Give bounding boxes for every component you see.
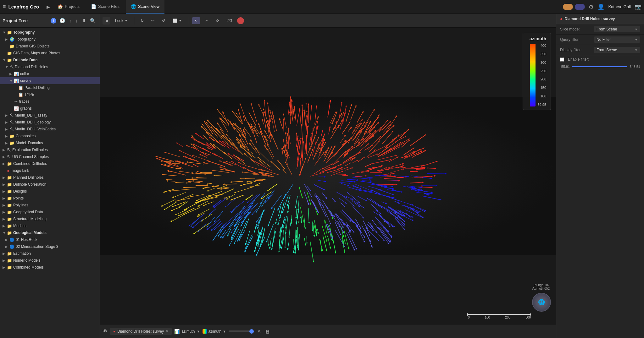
rotate-button[interactable]: ↻ bbox=[138, 17, 146, 24]
svg-marker-1474 bbox=[225, 161, 227, 162]
props-dropdown-query[interactable]: No Filter ▼ bbox=[594, 36, 640, 43]
svg-line-867 bbox=[207, 144, 213, 149]
back-button[interactable]: ◀ bbox=[103, 17, 110, 25]
svg-marker-1430 bbox=[235, 156, 237, 157]
record-button[interactable] bbox=[237, 17, 244, 24]
tree-item-collar[interactable]: ▶ 📊 collar bbox=[0, 70, 100, 77]
look-button[interactable]: Look ▼ bbox=[113, 17, 130, 24]
props-dropdown-display[interactable]: From Scene ▼ bbox=[594, 47, 640, 53]
tree-item-imago[interactable]: ● Imago Link bbox=[0, 167, 100, 174]
erase-button[interactable]: ⌫ bbox=[224, 17, 235, 24]
viewport[interactable]: azimuth 400 350 300 250 200 150 100 59.9… bbox=[100, 28, 556, 324]
tree-item-parallel[interactable]: 📋 Parallel Drilling bbox=[0, 84, 100, 91]
attr1-dropdown[interactable]: ▼ bbox=[197, 330, 200, 333]
box-button[interactable]: ⬜ ▼ bbox=[170, 17, 184, 24]
tree-item-model-domains[interactable]: ▶ 📁 Model_Domains bbox=[0, 139, 100, 146]
tree-item-geological-models[interactable]: ▼ 📁 Geological Models bbox=[0, 229, 100, 236]
tree-item-composites[interactable]: ▶ 📁 Composites bbox=[0, 133, 100, 139]
slider-track[interactable] bbox=[229, 330, 254, 332]
tree-item-combined-drillholes[interactable]: ▶ 📁 Combined Drillholes bbox=[0, 160, 100, 167]
tree-item-polylines[interactable]: ▶ 📁 Polylines bbox=[0, 202, 100, 209]
tree-item-marlin-geology[interactable]: ▶ ⛏ Marlin_DDH_geology bbox=[0, 119, 100, 126]
user-icon[interactable]: 👤 bbox=[597, 3, 604, 10]
text-icon-btn[interactable]: A bbox=[256, 328, 262, 335]
tree-item-drillhole-data[interactable]: ▼ 📁 Drillhole Data bbox=[0, 57, 100, 63]
svg-marker-236 bbox=[417, 154, 419, 155]
tree-item-mineralisation[interactable]: ▶ 🔵 02 Mineralisation Stage 3 bbox=[0, 243, 100, 250]
svg-line-1043 bbox=[401, 140, 410, 147]
enable-filter-checkbox[interactable] bbox=[560, 57, 564, 62]
svg-marker-1590 bbox=[183, 213, 185, 215]
maximize-icon[interactable]: ▶ bbox=[47, 4, 50, 9]
svg-line-751 bbox=[256, 226, 263, 244]
settings-icon[interactable]: ⚙ bbox=[589, 3, 594, 10]
tree-item-survey[interactable]: ▼ 📊 survey bbox=[0, 77, 100, 84]
clip-button[interactable]: ✂ bbox=[203, 17, 211, 24]
tree-item-numeric-models[interactable]: ▶ 📁 Numeric Models bbox=[0, 257, 100, 264]
arrow-down-icon[interactable]: ↓ bbox=[74, 17, 79, 24]
svg-marker-1056 bbox=[297, 249, 299, 250]
svg-line-11 bbox=[351, 170, 369, 174]
sidebar-badge: 1 bbox=[51, 18, 56, 24]
tree-item-topography[interactable]: ▼ 📁 Topography bbox=[0, 29, 100, 36]
tree-item-marlin-vein[interactable]: ▶ ⛏ Marlin_DDH_VeinCodes bbox=[0, 126, 100, 133]
attr2-dropdown[interactable]: ▼ bbox=[223, 330, 226, 333]
camera-icon[interactable]: 📷 bbox=[635, 3, 641, 10]
tree-item-gis-data[interactable]: 📁 GIS Data, Maps and Photos bbox=[0, 50, 100, 57]
tree-item-topography-sub[interactable]: ▶ 🌍 Topography bbox=[0, 36, 100, 43]
slider-thumb[interactable] bbox=[249, 329, 254, 334]
eye-icon[interactable]: 👁 bbox=[103, 329, 108, 334]
bottom-tab-layer[interactable]: ● Diamond Drill Holes: survey ✕ bbox=[110, 328, 172, 335]
menu-icon[interactable]: ≡ bbox=[3, 3, 6, 10]
nav-cube[interactable]: 🌐 bbox=[532, 293, 551, 312]
tree-item-structural[interactable]: ▶ 📁 Structural Modelling bbox=[0, 215, 100, 222]
svg-line-471 bbox=[353, 176, 362, 177]
tree-item-designs[interactable]: ▶ 📁 Designs bbox=[0, 188, 100, 195]
tree-item-exploration[interactable]: ▶ ⛏ Exploration Drillholes bbox=[0, 146, 100, 153]
rotate2-button[interactable]: ⟳ bbox=[214, 17, 222, 24]
svg-line-619 bbox=[225, 196, 238, 207]
svg-line-577 bbox=[347, 224, 350, 233]
tree-item-combined-models[interactable]: ▶ 📁 Combined Models bbox=[0, 264, 100, 271]
tree-item-draped-gis[interactable]: 📁 Draped GIS Objects bbox=[0, 43, 100, 50]
tree-item-meshes[interactable]: ▶ 📁 Meshes bbox=[0, 222, 100, 229]
tree-item-ug-channel[interactable]: ▶ ⛏ UG Channel Samples bbox=[0, 153, 100, 160]
svg-line-499 bbox=[214, 223, 223, 230]
svg-marker-1312 bbox=[248, 123, 250, 125]
svg-line-313 bbox=[315, 194, 320, 201]
tree-item-points[interactable]: ▶ 📁 Points bbox=[0, 195, 100, 202]
tree-item-diamond[interactable]: ▼ ⛏ Diamond Drill Holes bbox=[0, 63, 100, 70]
tab-scene-files[interactable]: 📄 Scene Files bbox=[86, 0, 125, 14]
pause-icon[interactable]: ⏸ bbox=[80, 17, 87, 24]
svg-marker-796 bbox=[374, 120, 375, 122]
props-dropdown-slice[interactable]: From Scene ▼ bbox=[594, 26, 640, 32]
tree-item-marlin-assay[interactable]: ▶ ⛏ Marlin_DDH_assay bbox=[0, 112, 100, 119]
refresh-button[interactable]: ↺ bbox=[159, 17, 168, 24]
close-icon[interactable]: ✕ bbox=[166, 329, 169, 333]
svg-line-137 bbox=[208, 191, 222, 196]
tree-item-estimation[interactable]: ▶ 📁 Estimation bbox=[0, 250, 100, 257]
tab-scene-view[interactable]: 🌐 Scene View bbox=[126, 0, 164, 14]
tree-item-geophysical[interactable]: ▶ 📁 Geophysical Data bbox=[0, 209, 100, 215]
tab-projects[interactable]: 🏠 Projects bbox=[53, 0, 85, 14]
tree-item-graphs[interactable]: 📈 graphs bbox=[0, 105, 100, 112]
tree-item-hostrock[interactable]: ▶ 🔵 01 HostRock bbox=[0, 236, 100, 243]
tree-item-planned[interactable]: ▶ 📁 Planned Drillholes bbox=[0, 174, 100, 181]
svg-marker-256 bbox=[258, 242, 259, 244]
filter-slider-track[interactable] bbox=[572, 66, 627, 67]
svg-line-387 bbox=[254, 232, 259, 252]
svg-line-669 bbox=[310, 135, 315, 148]
svg-line-131 bbox=[418, 150, 426, 155]
svg-marker-1018 bbox=[312, 128, 314, 129]
tree-item-drillhole-corr[interactable]: ▶ 📁 Drillhole Correlation bbox=[0, 181, 100, 188]
arrow-up-icon[interactable]: ↑ bbox=[68, 17, 73, 24]
table-icon-btn[interactable]: ▦ bbox=[264, 328, 271, 335]
sidebar-header: Project Tree 1 🕐 ↑ ↓ ⏸ 🔍 bbox=[0, 14, 100, 28]
tree-item-type[interactable]: 📋 TYPE bbox=[0, 91, 100, 98]
clock-icon[interactable]: 🕐 bbox=[58, 17, 67, 24]
svg-marker-1396 bbox=[244, 127, 245, 129]
search-icon[interactable]: 🔍 bbox=[89, 17, 97, 24]
draw-button[interactable]: ✏ bbox=[149, 17, 157, 24]
tree-item-traces[interactable]: 〰 traces bbox=[0, 98, 100, 105]
select-button[interactable]: ↖ bbox=[192, 17, 200, 24]
